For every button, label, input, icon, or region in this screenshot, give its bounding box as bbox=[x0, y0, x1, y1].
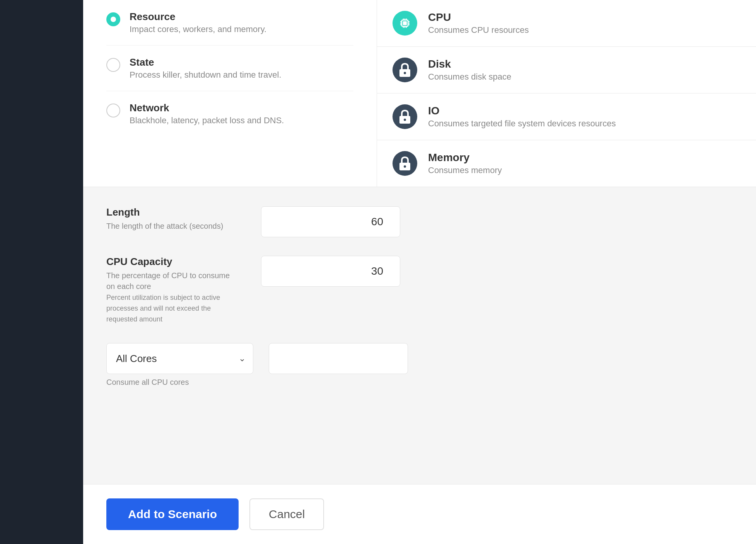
config-cpu-capacity-row: CPU Capacity The percentage of CPU to co… bbox=[106, 256, 733, 325]
attack-state-title: State bbox=[130, 56, 282, 68]
resource-item-disk[interactable]: Disk Consumes disk space bbox=[377, 47, 756, 94]
modal-config-section: Length The length of the attack (seconds… bbox=[83, 187, 756, 484]
extra-input-box bbox=[269, 343, 408, 374]
modal-top-section: Resource Impact cores, workers, and memo… bbox=[83, 0, 756, 187]
attack-state-desc: Process killer, shutdown and time travel… bbox=[130, 70, 282, 80]
attack-resource-title: Resource bbox=[130, 11, 266, 23]
attack-network-desc: Blackhole, latency, packet loss and DNS. bbox=[130, 116, 284, 126]
attack-item-network[interactable]: Network Blackhole, latency, packet loss … bbox=[106, 91, 353, 136]
config-length-row: Length The length of the attack (seconds… bbox=[106, 206, 733, 237]
svg-point-21 bbox=[404, 119, 406, 121]
config-length-desc: The length of the attack (seconds) bbox=[106, 221, 238, 231]
svg-rect-17 bbox=[403, 21, 407, 25]
cores-select[interactable]: All Cores Single Core bbox=[106, 343, 253, 374]
config-cpu-capacity-desc: The percentage of CPU to consume on each… bbox=[106, 270, 238, 325]
config-cpu-capacity-label: CPU Capacity The percentage of CPU to co… bbox=[106, 256, 238, 325]
attack-item-resource[interactable]: Resource Impact cores, workers, and memo… bbox=[106, 0, 353, 46]
attack-categories-panel: Resource Impact cores, workers, and memo… bbox=[83, 0, 377, 187]
resource-item-cpu[interactable]: CPU Consumes CPU resources bbox=[377, 0, 756, 47]
attack-resource-desc: Impact cores, workers, and memory. bbox=[130, 24, 266, 34]
config-length-title: Length bbox=[106, 206, 238, 218]
resource-cpu-desc: Consumes CPU resources bbox=[428, 25, 529, 35]
resource-types-panel: CPU Consumes CPU resources Disk Consumes… bbox=[377, 0, 756, 187]
config-cores-row: All Cores Single Core ⌄ Consume all CPU … bbox=[106, 343, 733, 387]
resource-disk-title: Disk bbox=[428, 58, 511, 70]
resource-memory-desc: Consumes memory bbox=[428, 165, 502, 175]
length-input[interactable] bbox=[261, 206, 400, 237]
cores-select-container: All Cores Single Core ⌄ Consume all CPU … bbox=[106, 343, 253, 387]
memory-icon-container bbox=[393, 151, 417, 176]
disk-icon-container bbox=[393, 58, 417, 82]
cores-select-wrapper: All Cores Single Core ⌄ bbox=[106, 343, 253, 374]
resource-disk-desc: Consumes disk space bbox=[428, 72, 511, 82]
radio-state[interactable] bbox=[106, 58, 120, 72]
attack-item-state[interactable]: State Process killer, shutdown and time … bbox=[106, 46, 353, 91]
cancel-button[interactable]: Cancel bbox=[249, 498, 324, 530]
resource-memory-title: Memory bbox=[428, 151, 502, 164]
attack-network-title: Network bbox=[130, 102, 284, 114]
resource-item-memory[interactable]: Memory Consumes memory bbox=[377, 140, 756, 187]
resource-item-io[interactable]: IO Consumes targeted file system devices… bbox=[377, 94, 756, 140]
io-icon-container bbox=[393, 104, 417, 129]
svg-point-19 bbox=[404, 72, 406, 74]
cores-select-desc: Consume all CPU cores bbox=[106, 378, 253, 387]
radio-network[interactable] bbox=[106, 104, 120, 117]
resource-cpu-title: CPU bbox=[428, 11, 529, 24]
modal: Resource Impact cores, workers, and memo… bbox=[83, 0, 756, 544]
add-to-scenario-button[interactable]: Add to Scenario bbox=[106, 498, 239, 530]
resource-io-desc: Consumes targeted file system devices re… bbox=[428, 119, 616, 129]
svg-point-23 bbox=[404, 165, 406, 168]
cpu-icon-container bbox=[393, 11, 417, 36]
radio-resource[interactable] bbox=[106, 12, 120, 26]
resource-io-title: IO bbox=[428, 105, 616, 117]
cpu-capacity-input[interactable] bbox=[261, 256, 400, 287]
config-length-label: Length The length of the attack (seconds… bbox=[106, 206, 238, 231]
modal-footer: Add to Scenario Cancel bbox=[83, 484, 756, 544]
config-cpu-capacity-title: CPU Capacity bbox=[106, 256, 238, 268]
